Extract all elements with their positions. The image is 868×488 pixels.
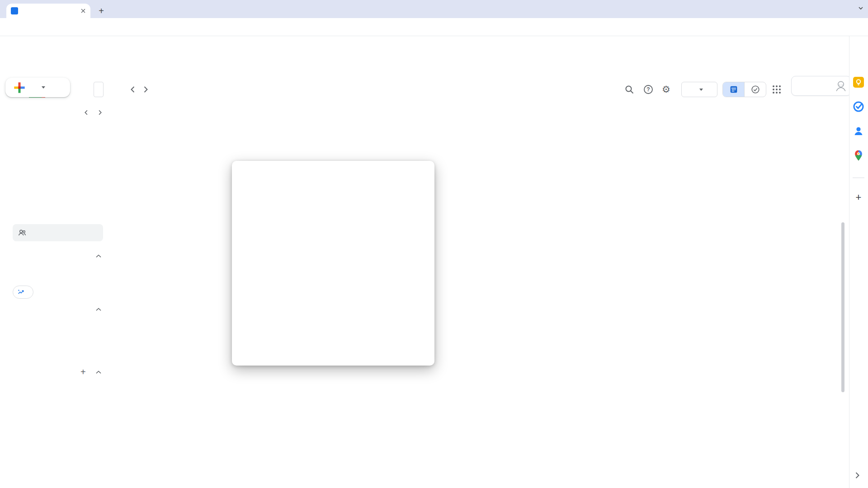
mini-calendar-prev-icon[interactable] [81,108,91,117]
google-apps-grid-icon[interactable] [771,84,782,95]
mini-calendar-next-icon[interactable] [95,108,105,117]
expand-panel-chevron-icon[interactable] [852,470,863,481]
calendar-header: ? ⚙ [0,36,868,63]
my-calendars-collapse-chevron-icon[interactable] [94,305,103,314]
event-details-popup [232,161,434,366]
people-icon [17,228,27,238]
search-icon[interactable] [624,84,635,95]
google-maps-icon[interactable] [853,150,864,161]
trending-icon [17,288,25,296]
qreserve-account-pill[interactable] [791,76,851,96]
multicolor-plus-icon [13,81,26,94]
check-circle-icon [750,84,760,94]
search-for-people-input[interactable] [13,224,103,241]
view-toggle [722,82,766,97]
previous-week-chevron-icon[interactable] [127,84,138,95]
calendar-view-toggle[interactable] [723,82,744,97]
more-insights-button[interactable] [13,286,33,299]
get-add-ons-icon[interactable]: + [853,192,864,203]
google-tasks-icon[interactable] [853,101,864,113]
grid-scrollbar[interactable] [841,222,844,392]
tasks-view-toggle[interactable] [744,82,766,97]
browser-toolbar [0,18,868,36]
today-button[interactable] [94,82,104,97]
time-insights-collapse-chevron-icon[interactable] [94,252,103,261]
tab-close-icon[interactable] [80,7,87,14]
account-avatar-sketch [834,79,848,93]
new-tab-button[interactable]: + [96,5,107,16]
add-other-calendar-icon[interactable]: + [80,367,86,376]
rail-divider [853,178,864,178]
browser-tab-strip: + [0,0,868,18]
google-contacts-icon[interactable] [853,125,864,137]
settings-gear-icon[interactable]: ⚙ [662,84,673,95]
chevron-down-icon [42,86,45,89]
help-icon[interactable]: ? [643,84,654,95]
google-keep-icon[interactable] [853,76,864,88]
tab-search-chevron-icon[interactable] [857,5,864,12]
view-selector-week[interactable] [681,82,717,97]
create-button[interactable] [5,78,70,97]
browser-tab[interactable] [6,4,90,18]
chevron-down-icon [699,89,703,91]
svg-text:?: ? [646,86,650,93]
next-week-chevron-icon[interactable] [140,84,151,95]
calendar-icon [729,84,739,94]
other-calendars-collapse-chevron-icon[interactable] [94,368,103,377]
calendar-favicon [11,7,18,14]
